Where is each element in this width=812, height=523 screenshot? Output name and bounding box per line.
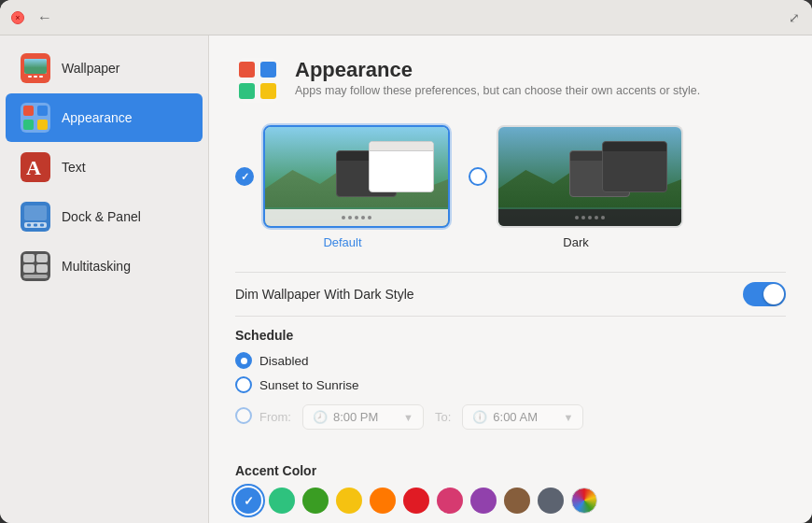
schedule-custom-option[interactable]: From: 🕗 8:00 PM ▼ To: 🕕 6:00 AM ▼ [235, 401, 786, 430]
page-header: Appearance Apps may follow these prefere… [235, 58, 786, 103]
svg-rect-8 [37, 106, 48, 116]
page-header-text: Appearance Apps may follow these prefere… [295, 58, 700, 97]
dim-wallpaper-row: Dim Wallpaper With Dark Style [235, 272, 786, 317]
theme-dark-label: Dark [563, 235, 588, 249]
theme-default-label: Default [323, 235, 361, 249]
theme-dark-radio[interactable] [469, 167, 487, 186]
svg-rect-28 [239, 83, 255, 99]
svg-rect-20 [23, 254, 35, 262]
svg-rect-22 [23, 264, 35, 273]
svg-rect-16 [27, 224, 31, 227]
accent-orange[interactable] [370, 488, 396, 514]
close-button[interactable]: × [11, 11, 24, 24]
page-subtitle: Apps may follow these preferences, but c… [295, 84, 700, 97]
svg-rect-18 [40, 224, 44, 227]
app-window: × ← ⤢ [0, 0, 812, 523]
dim-wallpaper-toggle[interactable] [743, 282, 786, 306]
sidebar-item-dock-panel[interactable]: Dock & Panel [6, 192, 203, 241]
from-label: From: [259, 410, 291, 424]
svg-rect-9 [23, 120, 34, 130]
svg-rect-21 [36, 254, 48, 262]
svg-rect-27 [260, 62, 276, 78]
back-button[interactable]: ← [35, 8, 54, 27]
accent-red[interactable] [403, 488, 429, 514]
sidebar-label-multitasking: Multitasking [62, 259, 131, 274]
sidebar-label-wallpaper: Wallpaper [62, 61, 120, 76]
svg-rect-26 [239, 62, 255, 78]
accent-teal[interactable] [269, 488, 295, 514]
titlebar: × ← ⤢ [0, 0, 812, 35]
schedule-disabled-label: Disabled [259, 354, 309, 368]
main-content: Appearance Apps may follow these prefere… [209, 35, 812, 523]
from-time-value: 8:00 PM [333, 410, 398, 424]
svg-rect-3 [28, 76, 32, 78]
theme-preview-dark[interactable] [497, 125, 683, 228]
to-time-value: 6:00 AM [493, 410, 557, 424]
accent-multi[interactable] [571, 488, 597, 514]
sidebar-item-wallpaper[interactable]: Wallpaper [6, 44, 203, 92]
accent-yellow[interactable] [336, 488, 362, 514]
to-time-select[interactable]: 🕕 6:00 AM ▼ [462, 404, 583, 430]
accent-green[interactable] [302, 488, 329, 514]
accent-colors: ✓ [235, 488, 786, 514]
theme-card-dark[interactable]: Dark [469, 125, 683, 249]
page-header-icon [235, 58, 280, 103]
sidebar-label-dock-panel: Dock & Panel [62, 209, 141, 224]
sidebar-label-text: Text [62, 160, 86, 175]
svg-rect-5 [39, 76, 43, 78]
accent-checkmark: ✓ [244, 494, 254, 508]
clock2-icon: 🕕 [472, 410, 487, 424]
chevron-down2-icon: ▼ [563, 412, 573, 423]
svg-rect-2 [24, 59, 47, 74]
svg-text:A: A [26, 156, 41, 179]
schedule-sunset-label: Sunset to Sunrise [259, 378, 359, 392]
from-time-select[interactable]: 🕗 8:00 PM ▼ [302, 404, 424, 430]
dim-wallpaper-label: Dim Wallpaper With Dark Style [235, 287, 414, 302]
accent-title: Accent Color [235, 463, 786, 478]
to-label: To: [435, 410, 451, 424]
toggle-knob [763, 284, 784, 304]
accent-section: Accent Color ✓ [235, 463, 786, 514]
sidebar-item-text[interactable]: A Text [6, 143, 203, 191]
accent-purple[interactable] [470, 488, 497, 514]
time-row: From: 🕗 8:00 PM ▼ To: 🕕 6:00 AM ▼ [259, 404, 583, 430]
theme-card-default[interactable]: ✓ [235, 125, 450, 249]
clock-icon: 🕗 [313, 410, 328, 424]
svg-rect-29 [260, 83, 276, 99]
accent-brown[interactable] [504, 488, 530, 514]
theme-selector: ✓ [235, 125, 786, 249]
schedule-disabled-radio[interactable] [235, 352, 252, 369]
wallpaper-icon [21, 53, 50, 83]
svg-rect-23 [36, 264, 48, 273]
dock-icon [21, 202, 50, 232]
svg-rect-14 [24, 205, 47, 220]
accent-pink[interactable] [437, 488, 463, 514]
content-area: Wallpaper Appearance [0, 35, 812, 523]
theme-default-radio[interactable]: ✓ [235, 167, 254, 186]
accent-blue[interactable]: ✓ [235, 488, 261, 514]
chevron-down-icon: ▼ [403, 412, 413, 423]
schedule-custom-radio[interactable] [235, 407, 252, 424]
text-icon: A [21, 152, 50, 182]
svg-rect-24 [23, 275, 48, 278]
schedule-disabled-option[interactable]: Disabled [235, 352, 786, 369]
schedule-sunset-option[interactable]: Sunset to Sunrise [235, 376, 786, 393]
schedule-sunset-radio[interactable] [235, 376, 252, 393]
page-title: Appearance [295, 58, 700, 82]
appearance-icon [21, 103, 50, 133]
sidebar-item-multitasking[interactable]: Multitasking [6, 242, 203, 290]
schedule-title: Schedule [235, 328, 786, 343]
sidebar-item-appearance[interactable]: Appearance [6, 93, 203, 142]
sidebar: Wallpaper Appearance [0, 35, 209, 523]
multitasking-icon [21, 251, 50, 281]
accent-slate[interactable] [538, 488, 564, 514]
svg-rect-10 [37, 120, 48, 130]
schedule-section: Schedule Disabled Sunset to Sunrise [235, 317, 786, 448]
sidebar-label-appearance: Appearance [62, 110, 133, 125]
theme-preview-default[interactable] [263, 125, 450, 228]
radio-dot [241, 358, 247, 364]
maximize-button[interactable]: ⤢ [788, 11, 801, 24]
svg-rect-7 [23, 106, 34, 116]
svg-rect-4 [34, 76, 37, 78]
svg-rect-17 [34, 224, 37, 227]
